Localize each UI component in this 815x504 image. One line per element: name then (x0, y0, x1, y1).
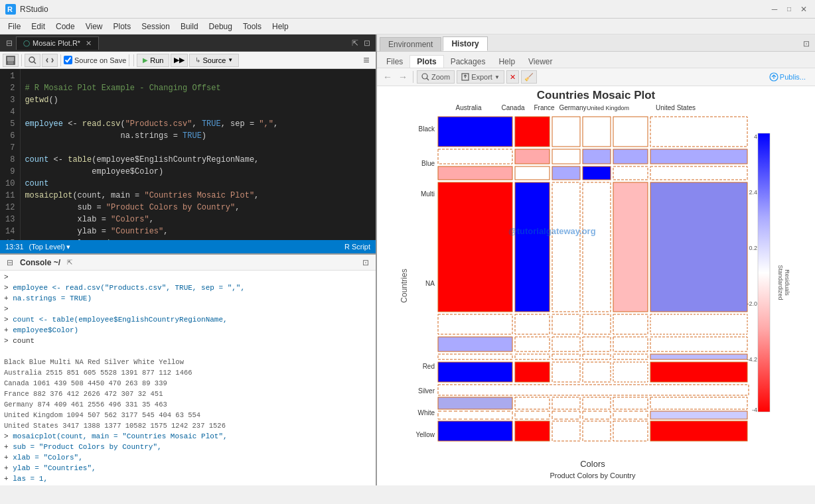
svg-rect-40 (515, 182, 550, 312)
delete-plot-button[interactable]: ✕ (506, 70, 519, 84)
tab-plots[interactable]: Plots (409, 55, 443, 68)
svg-rect-52 (552, 362, 580, 382)
svg-text:Residuals: Residuals (784, 269, 790, 296)
menu-build[interactable]: Build (175, 21, 204, 32)
top-level: (Top Level) ▾ (29, 243, 70, 251)
svg-rect-93 (583, 421, 611, 441)
menu-bar: File Edit Code View Plots Session Build … (0, 19, 815, 34)
svg-rect-68 (613, 362, 648, 382)
top-panel-maximize[interactable]: ⊡ (800, 38, 812, 50)
source-on-save-checkbox[interactable] (64, 56, 72, 64)
menu-session[interactable]: Session (136, 21, 175, 32)
find-button[interactable] (25, 54, 40, 67)
broom-button[interactable]: 🧹 (521, 70, 537, 84)
maximize-button[interactable]: □ (783, 3, 795, 15)
tab-packages[interactable]: Packages (444, 56, 492, 68)
tab-help[interactable]: Help (492, 56, 522, 68)
svg-rect-71 (650, 166, 747, 180)
svg-rect-78 (438, 397, 512, 409)
window-controls[interactable]: ─ □ ✕ (769, 3, 810, 15)
export-button[interactable]: Export ▼ (457, 70, 504, 84)
tab-files[interactable]: Files (380, 56, 409, 68)
console-data-header: Black Blue Multi NA Red Silver White Yel… (4, 357, 372, 367)
close-button[interactable]: ✕ (798, 3, 810, 15)
zoom-button[interactable]: Zoom (417, 70, 455, 84)
editor-status-bar: 13:31 (Top Level) ▾ R Script (0, 240, 376, 253)
menu-file[interactable]: File (3, 21, 26, 32)
console-title: Console ~/ (20, 258, 60, 267)
console-data-row: France 882 376 412 2626 472 307 32 451 (4, 389, 372, 399)
menu-plots[interactable]: Plots (108, 21, 137, 32)
console-line: + na.strings = TRUE) (4, 293, 372, 304)
toolbar-separator-2 (60, 54, 61, 66)
svg-rect-69 (650, 117, 747, 147)
console-line: > (4, 272, 372, 283)
console-dir-button[interactable]: ⇱ (64, 257, 75, 268)
console-data-row: Canada 1061 439 508 4450 470 263 89 339 (4, 378, 372, 389)
menu-help[interactable]: Help (267, 21, 294, 32)
editor-tab[interactable]: ◯ Mosaic Plot.R* ✕ (16, 36, 99, 50)
svg-rect-74 (650, 337, 747, 351)
console-line (4, 346, 372, 357)
tab-history[interactable]: History (443, 36, 487, 51)
svg-text:-2.0: -2.0 (747, 300, 757, 307)
menu-tools[interactable]: Tools (238, 21, 267, 32)
svg-rect-32 (438, 182, 512, 312)
next-plot-button[interactable]: → (396, 70, 409, 84)
svg-rect-76 (650, 362, 747, 382)
tab-viewer[interactable]: Viewer (522, 56, 559, 68)
console-data-row: United States 3417 1388 1377 10582 1575 … (4, 420, 372, 431)
source-button[interactable]: ↳ Source ▼ (189, 54, 239, 67)
svg-text:Australia: Australia (456, 104, 482, 111)
console-header: ⊟ Console ~/ ⇱ ⊡ (0, 255, 376, 271)
minimize-button[interactable]: ─ (769, 3, 780, 15)
editor-maximize-button[interactable]: ⇱ (349, 37, 361, 49)
menu-edit[interactable]: Edit (26, 21, 50, 32)
save-button[interactable] (3, 54, 19, 67)
svg-rect-75 (650, 354, 747, 359)
menu-view[interactable]: View (80, 21, 108, 32)
zoom-label: Zoom (431, 73, 450, 81)
source-on-save-checkbox-label[interactable]: Source on Save (64, 56, 126, 64)
svg-text:Canada: Canada (501, 104, 524, 111)
editor-tab-label: Mosaic Plot.R* (33, 39, 80, 47)
publish-button[interactable]: Publis... (764, 71, 811, 83)
run-button[interactable]: ▶ Run (137, 54, 169, 67)
svg-rect-58 (583, 337, 611, 351)
tab-environment[interactable]: Environment (380, 37, 441, 51)
code-content[interactable]: # R Mosaic Plot Example - Changing Offse… (21, 69, 376, 240)
svg-rect-43 (515, 354, 550, 359)
svg-rect-56 (583, 182, 611, 312)
code-tools-button[interactable] (42, 54, 58, 67)
svg-rect-51 (552, 354, 580, 359)
editor-tab-close[interactable]: ✕ (86, 39, 92, 48)
svg-text:Standardized: Standardized (777, 265, 784, 300)
svg-text:2.4: 2.4 (749, 189, 757, 196)
svg-line-6 (34, 62, 36, 64)
svg-line-8 (427, 78, 429, 80)
svg-text:Black: Black (419, 125, 435, 133)
svg-text:United States: United States (656, 104, 696, 111)
svg-rect-92 (552, 421, 580, 441)
editor-fullscreen-button[interactable]: ⊡ (361, 37, 373, 49)
svg-rect-86 (552, 411, 580, 419)
editor-collapse-button[interactable]: ⊟ (3, 37, 16, 49)
menu-debug[interactable]: Debug (204, 21, 238, 32)
prev-plot-button[interactable]: ← (381, 70, 394, 84)
svg-rect-34 (438, 337, 512, 351)
console-line: + las = 1, (4, 473, 372, 484)
console-collapse-button[interactable]: ⊟ (4, 257, 16, 269)
menu-code[interactable]: Code (50, 21, 80, 32)
console-line: > mosaicplot(count, main = "Countries Mo… (4, 431, 372, 442)
top-tabs: Environment History ⊡ (377, 34, 815, 52)
run-all-button[interactable]: ▶▶ (171, 54, 188, 67)
svg-rect-91 (515, 421, 550, 441)
console-line: > (4, 304, 372, 314)
console-content[interactable]: > > employee <- read.csv("Products.csv",… (0, 271, 376, 485)
svg-rect-35 (438, 354, 512, 359)
svg-rect-81 (583, 397, 611, 409)
console-line: + xlab = "Colors", (4, 452, 372, 463)
console-maximize-button[interactable]: ⊡ (360, 257, 372, 269)
svg-text:Germany: Germany (559, 104, 586, 111)
more-options-button[interactable]: ≡ (360, 54, 373, 67)
